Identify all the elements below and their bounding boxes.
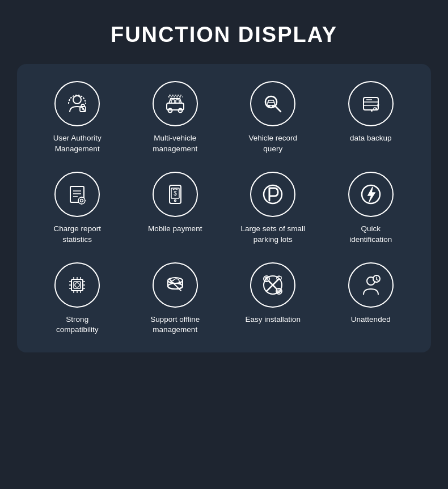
feature-offline-management: Support offlinemanagement <box>126 262 225 336</box>
svg-line-11 <box>275 106 281 112</box>
features-card: User AuthorityManagement Multi-vehiclema… <box>17 64 431 352</box>
feature-label-offline-management: Support offlinemanagement <box>150 314 200 336</box>
quick-identification-icon-circle <box>348 172 394 217</box>
svg-point-33 <box>174 199 176 201</box>
parking-lots-icon-circle <box>250 172 295 217</box>
page-title: FUNCTION DISPLAY <box>111 23 337 47</box>
feature-multi-vehicle: Multi-vehiclemanagement <box>126 81 225 155</box>
feature-strong-compatibility: Strongcompatibility <box>28 262 126 336</box>
feature-label-strong-compatibility: Strongcompatibility <box>56 314 98 336</box>
feature-label-quick-identification: Quickidentification <box>349 224 392 245</box>
data-backup-icon <box>358 91 384 117</box>
svg-point-51 <box>75 283 79 287</box>
feature-label-easy-installation: Easy installation <box>245 314 301 325</box>
feature-label-charge-report: Charge reportstatistics <box>54 224 101 245</box>
feature-easy-installation: Easy installation <box>224 262 322 336</box>
offline-management-icon-circle <box>153 262 198 308</box>
unattended-icon <box>358 272 384 298</box>
svg-text:$: $ <box>174 190 177 197</box>
charge-report-icon-circle <box>54 172 100 217</box>
parking-lots-icon <box>260 181 286 207</box>
vehicle-record-icon-circle <box>250 81 295 126</box>
strong-compatibility-icon-circle <box>54 262 100 308</box>
charge-report-icon <box>64 181 90 207</box>
feature-parking-lots: Large sets of smallparking lots <box>224 172 322 245</box>
feature-charge-report: Charge reportstatistics <box>28 172 126 245</box>
svg-marker-20 <box>377 102 379 105</box>
user-authority-icon-circle <box>54 81 100 126</box>
feature-label-multi-vehicle: Multi-vehiclemanagement <box>153 133 197 155</box>
quick-identification-icon <box>358 181 384 207</box>
multi-vehicle-icon-circle <box>153 81 198 126</box>
user-authority-icon <box>64 91 90 117</box>
multi-vehicle-icon <box>162 91 188 117</box>
feature-label-user-authority: User AuthorityManagement <box>53 133 102 155</box>
feature-label-unattended: Unattended <box>351 314 391 325</box>
vehicle-record-icon <box>260 91 286 117</box>
svg-point-25 <box>78 197 85 204</box>
feature-label-vehicle-record: Vehicle recordquery <box>248 133 297 155</box>
easy-installation-icon-circle <box>250 262 295 308</box>
svg-rect-37 <box>71 279 83 291</box>
feature-user-authority: User AuthorityManagement <box>28 81 126 155</box>
mobile-payment-icon: $ <box>162 181 188 207</box>
unattended-icon-circle <box>348 262 394 308</box>
svg-point-0 <box>73 96 81 104</box>
feature-label-mobile-payment: Mobile payment <box>148 224 202 235</box>
strong-compatibility-icon <box>64 272 90 298</box>
feature-data-backup: data backup <box>322 81 420 155</box>
svg-point-53 <box>168 283 183 289</box>
feature-unattended: Unattended <box>322 262 420 336</box>
data-backup-icon-circle <box>348 81 394 126</box>
svg-point-2 <box>82 108 83 109</box>
mobile-payment-icon-circle: $ <box>153 172 198 217</box>
easy-installation-icon <box>260 272 286 298</box>
offline-management-icon <box>162 272 188 298</box>
feature-mobile-payment: $ Mobile payment <box>126 172 225 245</box>
feature-label-parking-lots: Large sets of smallparking lots <box>241 224 305 245</box>
feature-vehicle-record: Vehicle recordquery <box>224 81 322 155</box>
feature-label-data-backup: data backup <box>350 133 392 144</box>
svg-point-13 <box>268 105 270 107</box>
svg-point-14 <box>272 105 274 107</box>
feature-quick-identification: Quickidentification <box>322 172 420 245</box>
